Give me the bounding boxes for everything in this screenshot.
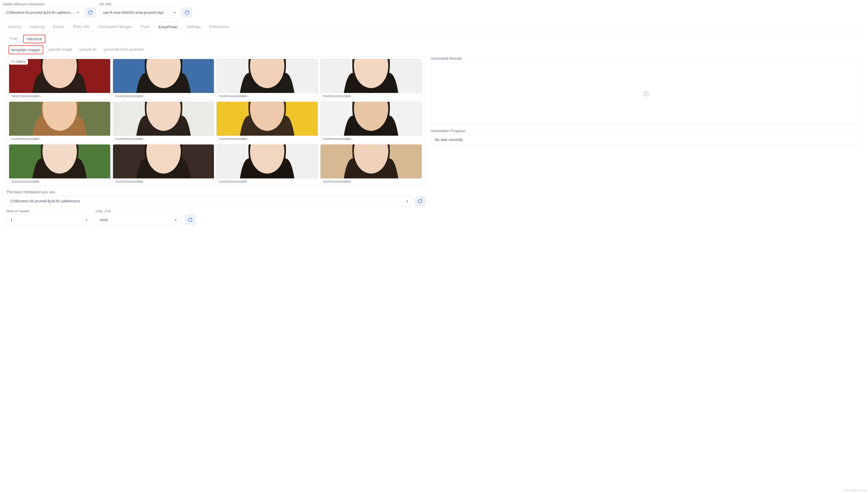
chevron-down-icon: ▼ [174, 218, 177, 221]
num-faceid-select[interactable]: 1 ▼ [6, 214, 92, 225]
vae-value: vae-ft-mse-840000-ema-pruned.ckpt [103, 10, 164, 15]
thumb-image [9, 102, 110, 136]
refresh-icon [418, 199, 422, 203]
vae-label: SD VAE [99, 2, 192, 6]
template-thumb[interactable]: /root/zhoumo/stable… [9, 144, 111, 184]
tab-png-info[interactable]: PNG Info [69, 22, 93, 32]
innertab-template-images[interactable]: template images [8, 45, 43, 54]
tab-train[interactable]: Train [137, 22, 153, 32]
thumb-image [217, 102, 318, 136]
image-placeholder-icon [643, 91, 649, 97]
tab-settings[interactable]: Settings [183, 22, 204, 32]
refresh-icon [188, 217, 193, 222]
thumb-caption: /root/zhoumo/stable… [113, 136, 214, 142]
thumb-image [321, 145, 422, 178]
template-thumb[interactable]: /root/zhoumo/stable… [113, 59, 215, 99]
progress-label: Generation Progress [431, 129, 862, 133]
template-thumb[interactable]: /root/zhoumo/stable… [320, 102, 422, 142]
thumb-caption: /root/zhoumo/stable… [9, 136, 110, 142]
svg-point-27 [645, 92, 646, 93]
refresh-checkpoint-button[interactable] [85, 7, 95, 18]
template-thumb[interactable]: /root/zhoumo/stable… [9, 102, 111, 142]
template-thumb[interactable]: /root/zhoumo/stable… [216, 102, 318, 142]
thumb-image [9, 145, 110, 178]
refresh-icon [185, 10, 189, 15]
num-faceid-label: Num of Faceid [6, 209, 92, 213]
gallery-grid[interactable]: /root/zhoumo/stable…/root/zhoumo/stable…… [9, 59, 423, 184]
svg-point-1 [12, 61, 13, 62]
refresh-base-checkpoint-button[interactable] [415, 196, 426, 207]
user0-value: none [100, 218, 108, 222]
tab-extras[interactable]: Extras [49, 22, 68, 32]
thumb-caption: /root/zhoumo/stable… [9, 178, 110, 184]
template-thumb[interactable]: /root/zhoumo/stable… [216, 144, 318, 184]
chevron-down-icon: ▼ [173, 11, 176, 14]
thumb-image [321, 102, 422, 136]
thumb-image [217, 59, 318, 93]
sub-tabs: TrainInference [3, 32, 865, 45]
innertab-upload-dir[interactable]: upload dir [77, 45, 99, 54]
checkpoint-label: Stable Diffusion checkpoint [3, 2, 95, 6]
tab-checkpoint-merger[interactable]: Checkpoint Merger [94, 22, 136, 32]
thumb-image [321, 59, 422, 93]
thumb-caption: /root/zhoumo/stable… [113, 178, 214, 184]
thumb-caption: /root/zhoumo/stable… [217, 136, 318, 142]
base-checkpoint-value: Chilloutmix-Ni-pruned-fp16-fix.safetenso… [10, 199, 80, 203]
chevron-down-icon: ▼ [406, 200, 409, 203]
template-thumb[interactable]: /root/zhoumo/stable… [113, 144, 215, 184]
refresh-icon [88, 10, 93, 15]
template-thumb[interactable]: /root/zhoumo/stable… [216, 59, 318, 99]
vae-select[interactable]: vae-ft-mse-840000-ema-pruned.ckpt ▼ [99, 7, 179, 18]
thumb-image [113, 59, 214, 93]
innertab-upload-image[interactable]: upload image [46, 45, 74, 54]
gallery-chip-label: Gallery [16, 60, 26, 64]
tab-txt2img[interactable]: txt2img [4, 22, 25, 32]
tab-img2img[interactable]: img2img [26, 22, 48, 32]
user0-select[interactable]: none ▼ [95, 214, 181, 225]
results-box [431, 62, 862, 125]
progress-text: No task currently [435, 137, 463, 142]
image-icon [11, 60, 15, 63]
tab-extensions[interactable]: Extensions [205, 22, 233, 32]
refresh-user0-button[interactable] [185, 214, 195, 225]
thumb-caption: /root/zhoumo/stable… [321, 136, 422, 142]
main-tabs: txt2imgimg2imgExtrasPNG InfoCheckpoint M… [3, 22, 865, 32]
thumb-caption: /root/zhoumo/stable… [217, 93, 318, 99]
template-thumb[interactable]: /root/zhoumo/stable… [320, 59, 422, 99]
gallery-panel: Gallery /root/zhoumo/stable…/root/zhoumo… [6, 56, 426, 186]
thumb-image [113, 102, 214, 136]
template-thumb[interactable]: /root/zhoumo/stable… [320, 144, 422, 184]
checkpoint-select[interactable]: Chilloutmix-Ni-pruned-fp16-fix.safetenso… [3, 7, 83, 18]
thumb-caption: /root/zhoumo/stable… [9, 93, 110, 99]
base-checkpoint-label: The base checkpoint you use. [6, 190, 426, 194]
num-faceid-value: 1 [10, 218, 13, 222]
thumb-image [113, 145, 214, 178]
innertab-generate-from-prompts[interactable]: generate from prompts [102, 45, 146, 54]
base-checkpoint-select[interactable]: Chilloutmix-Ni-pruned-fp16-fix.safetenso… [6, 196, 413, 207]
inner-tabs: template imagesupload imageupload dirgen… [3, 45, 865, 56]
subtab-train[interactable]: Train [7, 35, 21, 43]
template-thumb[interactable]: /root/zhoumo/stable… [113, 102, 215, 142]
progress-box: No task currently [431, 135, 862, 145]
thumb-caption: /root/zhoumo/stable… [217, 178, 318, 184]
subtab-inference[interactable]: Inference [23, 35, 45, 43]
checkpoint-value: Chilloutmix-Ni-pruned-fp16-fix.safetenso… [6, 10, 74, 15]
thumb-caption: /root/zhoumo/stable… [321, 178, 422, 184]
template-thumb[interactable]: /root/zhoumo/stable… [9, 59, 111, 99]
tab-easyphoto[interactable]: EasyPhoto [154, 22, 182, 32]
results-label: Generated Results [431, 56, 862, 61]
thumb-caption: /root/zhoumo/stable… [113, 93, 214, 99]
refresh-vae-button[interactable] [181, 7, 192, 18]
chevron-down-icon: ▼ [77, 11, 79, 14]
chevron-down-icon: ▼ [85, 218, 88, 221]
thumb-image [217, 145, 318, 178]
gallery-chip[interactable]: Gallery [9, 59, 28, 65]
user0-label: User_0 id [95, 209, 181, 213]
thumb-caption: /root/zhoumo/stable… [321, 93, 422, 99]
